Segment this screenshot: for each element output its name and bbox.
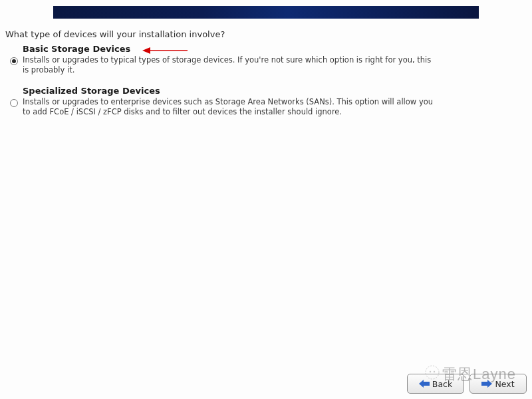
svg-point-5 xyxy=(430,371,431,372)
option-title: Basic Storage Devices xyxy=(23,44,438,54)
next-button-label: Next xyxy=(495,379,514,389)
option-basic-storage[interactable]: Basic Storage Devices Installs or upgrad… xyxy=(5,44,517,75)
option-description: Installs or upgrades to enterprise devic… xyxy=(23,97,438,117)
next-button[interactable]: Next xyxy=(469,374,527,394)
radio-specialized-storage[interactable] xyxy=(10,99,18,107)
option-title: Specialized Storage Devices xyxy=(23,86,438,96)
svg-marker-3 xyxy=(481,380,492,388)
back-button-label: Back xyxy=(432,379,452,389)
option-specialized-storage[interactable]: Specialized Storage Devices Installs or … xyxy=(5,86,517,117)
svg-marker-2 xyxy=(419,380,430,388)
back-button[interactable]: Back xyxy=(407,374,464,394)
header-banner xyxy=(53,6,479,19)
radio-basic-storage[interactable] xyxy=(10,57,18,65)
arrow-left-icon xyxy=(419,380,430,388)
svg-point-6 xyxy=(434,371,435,372)
arrow-right-icon xyxy=(481,380,492,388)
footer-buttons: Back Next xyxy=(407,374,527,394)
prompt-text: What type of devices will your installat… xyxy=(5,29,225,39)
option-description: Installs or upgrades to typical types of… xyxy=(23,55,438,75)
device-type-options: Basic Storage Devices Installs or upgrad… xyxy=(5,44,517,128)
